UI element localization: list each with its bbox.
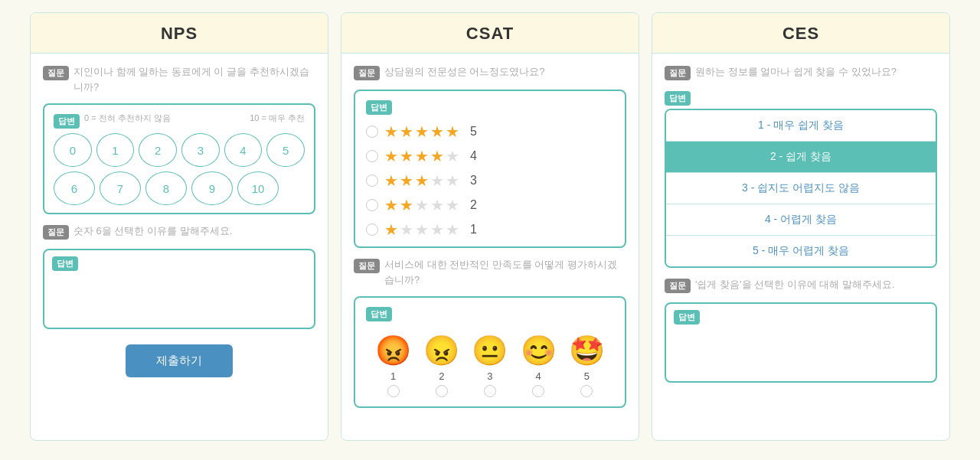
star-5: ★ bbox=[446, 122, 459, 141]
csat-stars-1: ★ ★ ★ ★ ★ bbox=[384, 220, 459, 239]
nps-btn-2[interactable]: 2 bbox=[139, 133, 177, 167]
ces-q1-badge: 질문 bbox=[665, 66, 691, 80]
nps-a2-badge: 답변 bbox=[52, 256, 78, 271]
emoji-col-3: 😐 3 bbox=[472, 334, 508, 397]
emoji-radio-3[interactable] bbox=[484, 385, 496, 397]
csat-star-row-1: ★ ★ ★ ★ ★ 1 bbox=[366, 220, 614, 239]
ces-question1-block: 질문 원하는 정보를 얼마나 쉽게 찾을 수 있었나요? bbox=[665, 64, 937, 80]
ces-option-2[interactable]: 2 - 쉽게 찾음 bbox=[666, 142, 936, 173]
csat-q2-badge: 질문 bbox=[354, 259, 380, 273]
csat-star-num-3: 3 bbox=[470, 174, 477, 188]
nps-btn-0[interactable]: 0 bbox=[54, 133, 92, 167]
nps-btn-6[interactable]: 6 bbox=[54, 171, 95, 205]
nps-answer2-textarea[interactable] bbox=[52, 274, 306, 320]
ces-option-3[interactable]: 3 - 쉽지도 어렵지도 않음 bbox=[666, 173, 936, 204]
csat-a1-badge: 답변 bbox=[366, 100, 392, 115]
nps-btn-5[interactable]: 5 bbox=[266, 133, 305, 167]
nps-question1-block: 질문 지인이나 함께 일하는 동료에게 이 글을 추천하시겠습니까? bbox=[43, 64, 315, 94]
ces-q2-badge: 질문 bbox=[665, 279, 691, 293]
csat-q2-text: 서비스에 대한 전반적인 만족도를 어떻게 평가하시겠습니까? bbox=[384, 257, 626, 287]
emoji-col-5: 🤩 5 bbox=[569, 334, 605, 397]
ces-option-5[interactable]: 5 - 매우 어렵게 찾음 bbox=[666, 236, 936, 266]
nps-panel: NPS 질문 지인이나 함께 일하는 동료에게 이 글을 추천하시겠습니까? 답… bbox=[30, 12, 328, 441]
csat-star-num-4: 4 bbox=[470, 149, 477, 163]
csat-stars-2: ★ ★ ★ ★ ★ bbox=[384, 196, 459, 214]
emoji-col-1: 😡 1 bbox=[375, 334, 411, 397]
star-1: ★ bbox=[384, 122, 398, 141]
nps-q2-text: 숫자 6을 선택한 이유를 말해주세요. bbox=[74, 223, 232, 239]
nps-btn-1[interactable]: 1 bbox=[96, 133, 135, 167]
nps-btn-8[interactable]: 8 bbox=[145, 171, 187, 205]
emoji-num-5: 5 bbox=[584, 370, 590, 382]
emoji-4: 😊 bbox=[521, 334, 557, 367]
star-2: ★ bbox=[400, 122, 413, 141]
csat-question2-block: 질문 서비스에 대한 전반적인 만족도를 어떻게 평가하시겠습니까? bbox=[354, 257, 626, 287]
nps-q1-text: 지인이나 함께 일하는 동료에게 이 글을 추천하시겠습니까? bbox=[74, 64, 315, 94]
ces-q1-text: 원하는 정보를 얼마나 쉽게 찾을 수 있었나요? bbox=[695, 64, 897, 80]
csat-question1-block: 질문 상담원의 전문성은 어느정도였나요? bbox=[354, 64, 626, 80]
emoji-col-2: 😠 2 bbox=[423, 334, 459, 397]
csat-star-row-5: ★ ★ ★ ★ ★ 5 bbox=[366, 122, 614, 141]
csat-star-row-3: ★ ★ ★ ★ ★ 3 bbox=[366, 171, 614, 190]
ces-panel: CES 질문 원하는 정보를 얼마나 쉽게 찾을 수 있었나요? 답변 1 - … bbox=[652, 12, 950, 441]
emoji-1: 😡 bbox=[375, 334, 411, 367]
csat-radio-4[interactable] bbox=[366, 150, 378, 162]
nps-submit-button[interactable]: 제출하기 bbox=[126, 344, 233, 377]
csat-star-num-5: 5 bbox=[470, 125, 477, 139]
nps-a1-badge: 답변 bbox=[54, 114, 80, 129]
nps-btn-9[interactable]: 9 bbox=[191, 171, 233, 205]
csat-stars-5: ★ ★ ★ ★ ★ bbox=[384, 122, 459, 141]
csat-answer1-box: 답변 ★ ★ ★ ★ ★ 5 ★ ★ ★ bbox=[354, 90, 626, 248]
csat-radio-1[interactable] bbox=[366, 223, 378, 236]
ces-question2-block: 질문 '쉽게 찾음'을 선택한 이유에 대해 말해주세요. bbox=[665, 277, 937, 293]
ces-answer1-wrapper: 답변 1 - 매우 쉽게 찾음 2 - 쉽게 찾음 3 - 쉽지도 어렵지도 않… bbox=[665, 90, 937, 268]
csat-star-row-2: ★ ★ ★ ★ ★ 2 bbox=[366, 196, 614, 214]
emoji-num-2: 2 bbox=[439, 370, 444, 382]
csat-radio-5[interactable] bbox=[366, 126, 378, 138]
csat-star-num-1: 1 bbox=[470, 223, 477, 237]
emoji-radio-1[interactable] bbox=[387, 385, 400, 397]
emoji-3: 😐 bbox=[472, 334, 508, 367]
nps-title: NPS bbox=[31, 13, 328, 54]
nps-row-1: 0 1 2 3 4 5 bbox=[54, 133, 305, 167]
ces-option-1[interactable]: 1 - 매우 쉽게 찾음 bbox=[666, 110, 936, 142]
nps-buttons-grid: 0 1 2 3 4 5 6 7 8 9 10 bbox=[54, 133, 305, 205]
star-4: ★ bbox=[430, 122, 444, 141]
csat-panel: CSAT 질문 상담원의 전문성은 어느정도였나요? 답변 ★ ★ ★ ★ bbox=[341, 12, 639, 441]
nps-q1-badge: 질문 bbox=[43, 66, 69, 80]
emoji-radio-5[interactable] bbox=[580, 385, 593, 397]
ces-q2-text: '쉽게 찾음'을 선택한 이유에 대해 말해주세요. bbox=[695, 277, 895, 292]
emoji-col-4: 😊 4 bbox=[521, 334, 557, 397]
csat-radio-3[interactable] bbox=[366, 175, 378, 187]
csat-q1-badge: 질문 bbox=[354, 66, 380, 80]
nps-btn-10[interactable]: 10 bbox=[237, 171, 279, 205]
ces-a1-badge: 답변 bbox=[665, 91, 691, 106]
nps-a1-right: 10 = 매우 추천 bbox=[250, 113, 305, 124]
csat-stars-3: ★ ★ ★ ★ ★ bbox=[384, 171, 459, 190]
star-3: ★ bbox=[415, 122, 429, 141]
emoji-2: 😠 bbox=[423, 334, 459, 367]
csat-stars-4: ★ ★ ★ ★ ★ bbox=[384, 147, 459, 165]
csat-q1-text: 상담원의 전문성은 어느정도였나요? bbox=[384, 64, 544, 80]
nps-a1-left: 0 = 전혀 추천하지 않음 bbox=[84, 113, 171, 124]
ces-option-4[interactable]: 4 - 어렵게 찾음 bbox=[666, 204, 936, 236]
nps-question2-block: 질문 숫자 6을 선택한 이유를 말해주세요. bbox=[43, 223, 315, 240]
emoji-radio-4[interactable] bbox=[532, 385, 544, 397]
nps-row-2: 6 7 8 9 10 bbox=[54, 171, 305, 205]
csat-a2-badge: 답변 bbox=[366, 307, 392, 321]
csat-star-num-2: 2 bbox=[470, 198, 477, 212]
csat-answer2-box: 답변 😡 1 😠 2 😐 3 😊 bbox=[354, 296, 626, 408]
nps-btn-7[interactable]: 7 bbox=[100, 171, 141, 205]
nps-q2-badge: 질문 bbox=[43, 225, 69, 240]
ces-title: CES bbox=[652, 13, 949, 54]
csat-radio-2[interactable] bbox=[366, 199, 378, 211]
csat-star-row-4: ★ ★ ★ ★ ★ 4 bbox=[366, 147, 614, 165]
ces-answer2-box: 답변 bbox=[665, 302, 937, 383]
ces-answer2-textarea[interactable] bbox=[674, 328, 928, 374]
nps-btn-3[interactable]: 3 bbox=[181, 133, 220, 167]
nps-btn-4[interactable]: 4 bbox=[224, 133, 263, 167]
emoji-5: 🤩 bbox=[569, 334, 605, 367]
emoji-num-4: 4 bbox=[536, 370, 541, 382]
emoji-radio-2[interactable] bbox=[436, 385, 448, 397]
csat-title: CSAT bbox=[341, 13, 639, 54]
